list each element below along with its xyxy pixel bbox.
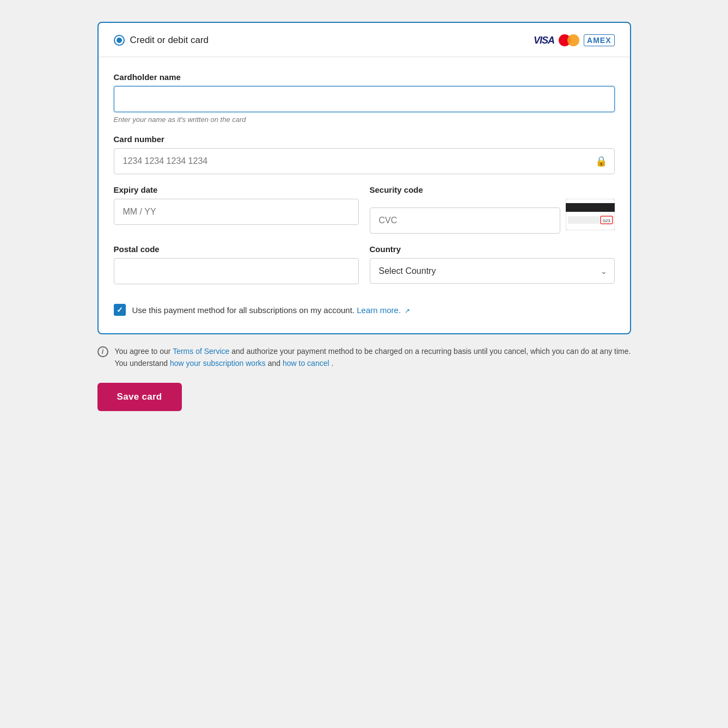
external-link-icon: ↗ (405, 307, 410, 315)
subscription-works-link[interactable]: how your subscription works (170, 359, 268, 368)
svg-text:023: 023 (603, 218, 610, 223)
terms-section: i You agree to our Terms of Service and … (97, 334, 631, 383)
credit-card-radio[interactable] (114, 35, 125, 46)
visa-logo: VISA (534, 35, 554, 46)
checkmark-icon: ✓ (117, 305, 123, 314)
lock-icon: 🔒 (595, 155, 607, 167)
card-number-label: Card number (114, 134, 615, 144)
terms-text-4: . (331, 359, 333, 368)
postal-code-label: Postal code (114, 244, 359, 254)
card-header-left: Credit or debit card (114, 35, 209, 46)
terms-text-3: and (268, 359, 283, 368)
security-code-input[interactable] (370, 207, 560, 234)
save-card-label: Save card (117, 391, 162, 402)
cardholder-name-group: Cardholder name Enter your name as it's … (114, 72, 615, 124)
mastercard-logo (559, 34, 579, 47)
card-logos: VISA AMEX (534, 34, 614, 47)
card-number-group: Card number 🔒 (114, 134, 615, 174)
terms-text: You agree to our Terms of Service and au… (115, 345, 631, 370)
security-code-label: Security code (370, 185, 615, 194)
postal-code-group: Postal code (114, 244, 359, 284)
mc-right-circle (567, 34, 579, 46)
country-label: Country (370, 244, 615, 254)
expiry-date-label: Expiry date (114, 185, 359, 194)
cvc-illustration: 023 (566, 199, 615, 233)
subscription-checkbox-text: Use this payment method for all subscrip… (132, 305, 411, 315)
how-to-cancel-link[interactable]: how to cancel (283, 359, 332, 368)
card-header: Credit or debit card VISA AMEX (99, 23, 630, 57)
country-select[interactable]: Select Country United States United King… (370, 258, 615, 284)
security-code-group-container: Security code (370, 185, 615, 234)
card-type-label: Credit or debit card (130, 35, 209, 46)
expiry-date-group: Expiry date (114, 185, 359, 234)
terms-of-service-label: Terms of Service (173, 347, 229, 356)
postal-country-row: Postal code Country Select Country Unite… (114, 244, 615, 284)
learn-more-link[interactable]: Learn more. (357, 305, 403, 315)
card-form-wrapper: Credit or debit card VISA AMEX Cardholde… (97, 22, 631, 334)
card-form-body: Cardholder name Enter your name as it's … (99, 57, 630, 333)
terms-text-1: You agree to our (115, 347, 173, 356)
info-icon: i (97, 346, 108, 357)
cardholder-name-hint: Enter your name as it's written on the c… (114, 115, 615, 124)
card-number-input[interactable] (114, 148, 615, 174)
card-number-wrapper: 🔒 (114, 148, 615, 174)
subscription-checkbox-row: ✓ Use this payment method for all subscr… (114, 295, 615, 320)
page-container: Credit or debit card VISA AMEX Cardholde… (97, 22, 631, 411)
svg-rect-1 (566, 203, 615, 212)
checkbox-main-text: Use this payment method for all subscrip… (132, 305, 355, 315)
expiry-security-row: Expiry date Security code (114, 185, 615, 234)
subscription-checkbox[interactable]: ✓ (114, 304, 126, 316)
postal-code-input[interactable] (114, 258, 359, 284)
save-card-button[interactable]: Save card (97, 383, 182, 411)
terms-of-service-link[interactable]: Terms of Service (173, 347, 231, 356)
amex-logo: AMEX (584, 34, 614, 46)
country-select-wrapper: Select Country United States United King… (370, 258, 615, 284)
learn-more-label: Learn more. (357, 305, 401, 315)
cardholder-name-label: Cardholder name (114, 72, 615, 82)
country-group: Country Select Country United States Uni… (370, 244, 615, 284)
subscription-works-label: how your subscription works (170, 359, 266, 368)
expiry-date-input[interactable] (114, 199, 359, 225)
security-code-group: 023 (370, 199, 615, 234)
cardholder-name-input[interactable] (114, 86, 615, 112)
how-to-cancel-label: how to cancel (283, 359, 329, 368)
radio-inner (117, 38, 122, 43)
svg-rect-2 (568, 216, 599, 224)
